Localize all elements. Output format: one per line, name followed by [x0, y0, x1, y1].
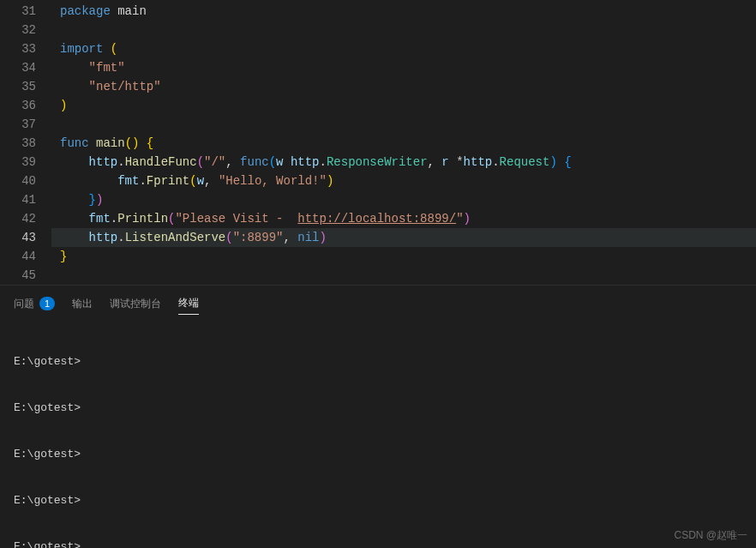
code-line[interactable]	[51, 266, 756, 285]
line-number: 44	[0, 247, 51, 266]
line-number: 39	[0, 153, 51, 172]
code-editor[interactable]: 31 32 33 34 35 36 37 38 39 40 41 42 43 4…	[0, 0, 756, 285]
code-content[interactable]: package main import ( "fmt" "net/http" )…	[51, 0, 756, 285]
terminal-line: E:\gotest>	[14, 493, 742, 509]
terminal-line: E:\gotest>	[14, 447, 742, 462]
terminal-panel[interactable]: E:\gotest> E:\gotest> E:\gotest> E:\gote…	[0, 318, 756, 548]
code-line[interactable]: import (	[51, 39, 756, 58]
panel-tabs: 问题 1 输出 调试控制台 终端	[0, 285, 756, 318]
line-number: 34	[0, 58, 51, 77]
line-number: 38	[0, 134, 51, 153]
tab-debug-console[interactable]: 调试控制台	[110, 293, 161, 315]
watermark: CSDN @赵唯一	[674, 528, 747, 543]
line-number: 41	[0, 190, 51, 209]
code-line[interactable]: })	[51, 190, 756, 209]
line-number: 42	[0, 209, 51, 228]
line-number: 40	[0, 172, 51, 190]
code-line[interactable]: "fmt"	[51, 58, 756, 77]
code-line[interactable]: func main() {	[51, 134, 756, 153]
code-line[interactable]: }	[51, 247, 756, 266]
code-line[interactable]	[51, 21, 756, 39]
tab-output[interactable]: 输出	[72, 293, 93, 315]
code-line[interactable]	[51, 115, 756, 134]
code-line[interactable]: http.ListenAndServe(":8899", nil)	[51, 228, 756, 247]
problems-badge: 1	[39, 297, 55, 310]
code-line[interactable]: "net/http"	[51, 77, 756, 96]
tab-terminal[interactable]: 终端	[178, 292, 199, 315]
terminal-line: E:\gotest>	[14, 400, 742, 416]
line-number: 43	[0, 228, 51, 247]
line-number: 45	[0, 266, 51, 285]
code-line[interactable]: fmt.Println("Please Visit - http://local…	[51, 209, 756, 228]
line-number-gutter: 31 32 33 34 35 36 37 38 39 40 41 42 43 4…	[0, 0, 51, 285]
terminal-line: E:\gotest>	[14, 354, 742, 370]
code-line[interactable]: fmt.Fprint(w, "Hello, World!")	[51, 172, 756, 190]
code-line[interactable]: package main	[51, 2, 756, 21]
tab-label: 问题	[14, 297, 34, 311]
line-number: 31	[0, 2, 51, 21]
terminal-line: E:\gotest>	[14, 539, 742, 548]
line-number: 35	[0, 77, 51, 96]
line-number: 36	[0, 96, 51, 115]
code-line[interactable]: )	[51, 96, 756, 115]
line-number: 32	[0, 21, 51, 39]
code-line[interactable]: http.HandleFunc("/", func(w http.Respons…	[51, 153, 756, 172]
tab-problems[interactable]: 问题 1	[14, 293, 55, 315]
line-number: 33	[0, 39, 51, 58]
line-number: 37	[0, 115, 51, 134]
